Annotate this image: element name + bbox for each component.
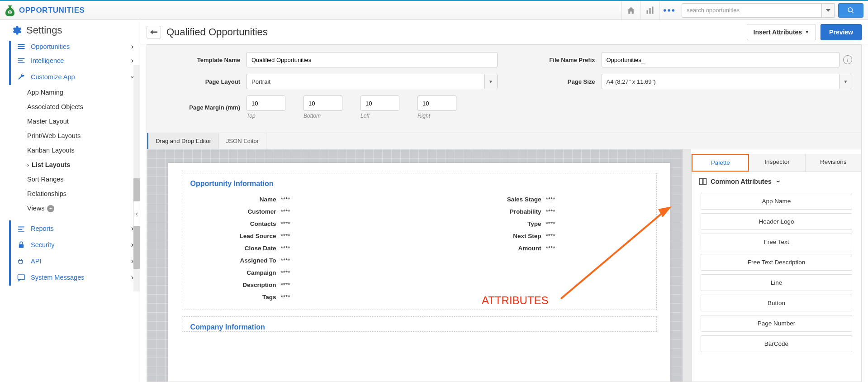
margin-left-input[interactable] [360, 96, 399, 111]
palette-item[interactable]: Free Text Description [701, 254, 852, 271]
caret-down-icon: ▼ [839, 74, 852, 89]
margin-right-caption: Right [417, 113, 456, 119]
svg-rect-14 [18, 60, 23, 61]
field-row[interactable]: Contacts**** [190, 218, 410, 230]
plug-icon [17, 257, 25, 265]
svg-point-5 [663, 9, 666, 12]
analytics-icon-button[interactable] [640, 1, 659, 19]
margin-right-input[interactable] [417, 96, 456, 111]
section-title: Opportunity Information [190, 180, 648, 188]
sidebar-sub-relationships[interactable]: Relationships [9, 186, 140, 201]
chevron-right-icon: › [27, 162, 29, 168]
tab-drag-drop-editor[interactable]: Drag and Drop Editor [147, 133, 219, 149]
palette-item[interactable]: Header Logo [701, 213, 852, 230]
field-row[interactable]: Close Date**** [190, 242, 410, 254]
palette-item[interactable]: Line [701, 274, 852, 291]
sidebar-item-reports[interactable]: Reports › [9, 220, 140, 237]
home-icon-button[interactable] [621, 1, 640, 19]
section-title: Company Information [190, 323, 648, 331]
field-row[interactable]: Name**** [190, 193, 410, 205]
template-name-input[interactable] [247, 52, 498, 67]
field-row[interactable]: Assigned To**** [190, 254, 410, 267]
field-value: **** [281, 233, 290, 239]
field-row[interactable]: Lead Source**** [190, 230, 410, 242]
svg-line-22 [561, 213, 663, 299]
columns-icon [699, 177, 707, 186]
annotation-label: ATTRIBUTES [482, 294, 549, 307]
common-attributes-header[interactable]: Common Attributes › [692, 172, 861, 191]
info-icon[interactable]: i [843, 55, 852, 64]
sidebar-sub-print-web-layouts[interactable]: Print/Web Layouts [9, 129, 140, 143]
palette-item[interactable]: BarCode [701, 335, 852, 352]
sidebar-item-intelligence[interactable]: Intelligence › [9, 53, 140, 69]
field-row[interactable]: Campaign**** [190, 267, 410, 279]
sidebar-sub-app-naming[interactable]: App Naming [9, 85, 140, 100]
palette-item[interactable]: Page Number [701, 315, 852, 332]
field-label: Name [190, 196, 281, 203]
plus-icon[interactable]: + [47, 205, 54, 212]
sidebar-title: Settings [0, 20, 140, 41]
page-layout-select[interactable]: Portrait ▼ [247, 74, 498, 89]
sidebar-sub-master-layout[interactable]: Master Layout [9, 114, 140, 129]
back-button[interactable] [147, 26, 161, 38]
svg-rect-11 [18, 46, 25, 47]
sidebar-item-opportunities[interactable]: Opportunities › [9, 41, 140, 53]
page-layout-label: Page Layout [156, 78, 247, 85]
insert-attributes-button[interactable]: Insert Attributes ▼ [747, 24, 816, 40]
search-button[interactable] [838, 3, 863, 18]
lock-icon [17, 241, 25, 249]
tab-json-editor[interactable]: JSON Editor [219, 133, 266, 149]
field-row[interactable]: Description**** [190, 279, 410, 291]
file-prefix-input[interactable] [602, 52, 840, 67]
page-title: Qualified Opportunities [166, 26, 268, 38]
sidebar-scrollbar[interactable] [133, 65, 140, 291]
margin-bottom-input[interactable] [304, 96, 342, 111]
svg-point-6 [668, 9, 670, 12]
field-label: Customer [190, 208, 281, 215]
margin-top-caption: Top [247, 113, 285, 119]
palette-tab-revisions[interactable]: Revisions [806, 154, 861, 172]
sidebar-sub-views[interactable]: Views+ [9, 201, 140, 216]
palette-tab-inspector[interactable]: Inspector [749, 154, 805, 172]
margin-top-input[interactable] [247, 96, 285, 111]
page-size-select[interactable]: A4 (8.27" x 11.69") ▼ [602, 74, 853, 89]
preview-button[interactable]: Preview [821, 24, 862, 40]
search-dropdown[interactable] [822, 3, 835, 18]
svg-rect-18 [18, 229, 22, 230]
canvas-scrollbar[interactable] [682, 149, 691, 382]
wrench-icon [17, 73, 25, 81]
svg-point-8 [848, 8, 852, 12]
search-input[interactable] [682, 3, 822, 18]
sidebar-item-system-messages[interactable]: System Messages › [9, 269, 140, 286]
field-row[interactable]: Tags**** [190, 291, 410, 303]
more-options-button[interactable] [659, 1, 678, 19]
chevron-down-icon: › [774, 180, 782, 182]
sidebar-sub-sort-ranges[interactable]: Sort Ranges [9, 172, 140, 186]
dots-icon [663, 8, 675, 13]
sidebar-sub-list-layouts[interactable]: ›List Layouts [9, 158, 140, 172]
page-size-label: Page Size [511, 78, 602, 85]
app-logo[interactable]: $ OPPORTUNITIES [5, 5, 85, 16]
field-value: **** [281, 257, 290, 264]
gear-icon [11, 24, 23, 36]
sidebar-item-customize-app[interactable]: Customize App › [9, 69, 140, 85]
sidebar-sub-associated-objects[interactable]: Associated Objects [9, 100, 140, 114]
field-row[interactable]: Customer**** [190, 205, 410, 218]
svg-point-7 [672, 9, 674, 12]
field-label: Campaign [190, 269, 281, 276]
palette-item[interactable]: Free Text [701, 234, 852, 250]
sidebar-item-api[interactable]: API › [9, 253, 140, 269]
sidebar-collapse-toggle[interactable]: ‹ [133, 201, 140, 226]
message-icon [17, 273, 25, 282]
palette-tab-palette[interactable]: Palette [692, 154, 749, 172]
chevron-down-icon [826, 9, 830, 12]
top-header: $ OPPORTUNITIES [0, 0, 868, 20]
sidebar-sub-kanban-layouts[interactable]: Kanban Layouts [9, 143, 140, 158]
svg-rect-3 [649, 8, 650, 14]
sidebar-item-security[interactable]: Security › [9, 237, 140, 253]
palette-item[interactable]: Button [701, 295, 852, 311]
layout-canvas[interactable]: Opportunity Information Name****Customer… [147, 149, 691, 382]
section-company-info[interactable]: Company Information [182, 316, 657, 332]
palette-item[interactable]: App Name [701, 193, 852, 210]
svg-rect-10 [18, 44, 25, 45]
